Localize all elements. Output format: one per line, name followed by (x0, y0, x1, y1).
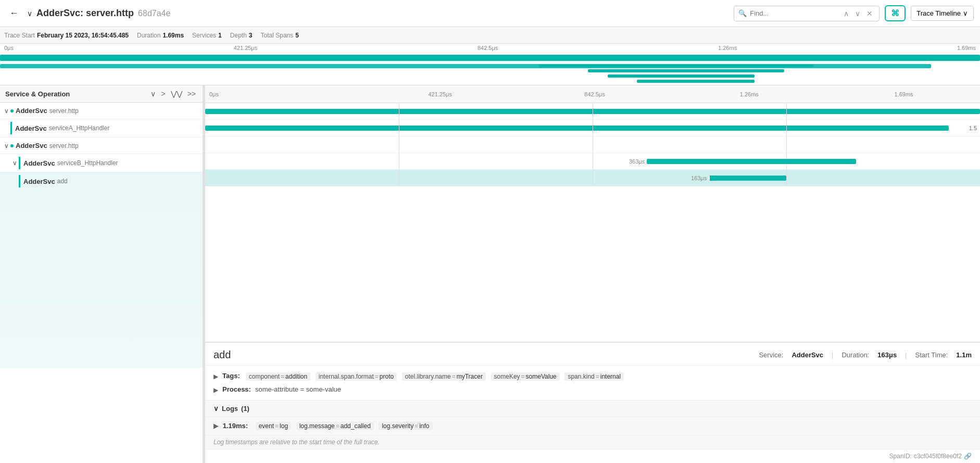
detail-process-row: ▶ Process: some-attribute = some-value (213, 383, 972, 396)
log-tag-pill: log.message=add_called (296, 422, 374, 430)
timeline-row[interactable]: 363μs (205, 153, 980, 170)
timeline-row[interactable]: 1.5 (205, 120, 980, 136)
title-chevron: ∨ (27, 9, 32, 18)
tl-tick: 842.5μs (517, 91, 671, 97)
span-row[interactable]: ∨ AdderSvc server.http (0, 137, 203, 154)
timeline-overview[interactable]: 0μs 421.25μs 842.5μs 1.26ms 1.69ms (0, 44, 980, 85)
back-button[interactable]: ← (6, 6, 22, 21)
span-service-name: AdderSvc (23, 159, 55, 167)
duration-label: Duration (137, 32, 160, 39)
tl-bar-container (205, 103, 980, 119)
detail-panel: add Service: AdderSvc | Duration: 163μs … (205, 342, 980, 463)
tl-tick: 1.69ms (825, 91, 980, 97)
collapse-all-button[interactable]: ∨ (149, 89, 157, 99)
tick-2: 842.5μs (478, 45, 498, 51)
tl-bar (647, 159, 856, 164)
left-panel: Service & Operation ∨ > ⋁⋁ >> ∨ AdderSvc… (0, 85, 203, 463)
process-value: some-attribute = some-value (255, 385, 341, 393)
span-service-name: AdderSvc (23, 178, 55, 185)
span-link-icon[interactable]: 🔗 (964, 453, 972, 460)
col-header-controls: ∨ > ⋁⋁ >> (149, 89, 197, 99)
logs-header[interactable]: ∨ Logs (1) (205, 401, 980, 417)
process-label: Process: (222, 385, 251, 393)
main-split: Service & Operation ∨ > ⋁⋁ >> ∨ AdderSvc… (0, 85, 980, 463)
detail-service-label: Service: (759, 351, 783, 359)
right-panel: 0μs 421.25μs 842.5μs 1.26ms 1.69ms (205, 85, 980, 463)
span-expand-button[interactable]: ∨ (2, 142, 10, 149)
span-id-bar: SpanID: c3cf045f0f8ee0f2 🔗 (205, 449, 980, 463)
span-expand-button[interactable]: ∨ (10, 159, 19, 167)
timeline-ruler: 0μs 421.25μs 842.5μs 1.26ms 1.69ms (0, 44, 980, 53)
tl-bar-container: 363μs (205, 153, 980, 169)
detail-sep2: | (905, 351, 907, 359)
tags-label: Tags: (222, 372, 240, 380)
search-icon: 🔍 (738, 9, 747, 17)
trace-timeline-chevron: ∨ (963, 9, 968, 17)
services-value: 1 (218, 32, 222, 39)
logs-section: ∨ Logs (1) ▶ 1.19ms: event=log log.messa… (205, 400, 980, 449)
tl-bar-container: 163μs (205, 170, 980, 186)
col-header-label: Service & Operation (5, 90, 70, 98)
tick-1: 421.25μs (234, 45, 257, 51)
overview-canvas (0, 53, 980, 83)
tag-pill: internal.span.format=proto (316, 372, 397, 381)
total-spans-label: Total Spans (261, 32, 294, 39)
duration-value: 1.69ms (162, 32, 184, 39)
log-time: 1.19ms: (223, 422, 248, 430)
tick-3: 1.26ms (718, 45, 737, 51)
search-up-button[interactable]: ∧ (841, 8, 851, 19)
trace-timeline-button[interactable]: Trace Timeline ∨ (911, 6, 974, 21)
process-expand-icon[interactable]: ▶ (213, 386, 218, 394)
timeline-row[interactable]: 163μs (205, 170, 980, 186)
detail-tags-section: ▶ Tags: component=addition internal.span… (205, 366, 980, 400)
timeline-row[interactable] (205, 103, 980, 120)
span-row[interactable]: ∨ AdderSvc serviceB_HttpHandler (0, 154, 203, 172)
logs-count: (1) (241, 405, 249, 412)
detail-start-value: 1.1m (956, 351, 972, 359)
search-box: 🔍 ∧ ∨ ✕ (734, 6, 880, 21)
span-service-name: AdderSvc (15, 124, 47, 132)
search-clear-button[interactable]: ✕ (864, 8, 875, 19)
span-op-name: add (57, 178, 68, 185)
collapse-nested-button[interactable]: ⋁⋁ (169, 89, 184, 99)
tags-expand-icon[interactable]: ▶ (213, 373, 218, 380)
expand-all-button[interactable]: >> (186, 89, 197, 99)
search-input[interactable] (750, 9, 838, 17)
tag-pill: otel.library.name=myTracer (402, 372, 486, 381)
tick-4: 1.69ms (957, 45, 976, 51)
trace-service-name: AdderSvc: server.http (36, 8, 134, 19)
detail-op-name: add (213, 349, 231, 361)
logs-expand-icon: ∨ (213, 405, 219, 412)
tl-tick: 421.25μs (362, 91, 517, 97)
log-tag-pill: event=log (256, 422, 291, 430)
trace-start-label: Trace Start (4, 32, 35, 39)
spans-list: ∨ AdderSvc server.http AdderSvc serviceA… (0, 103, 203, 463)
cmd-button[interactable]: ⌘ (885, 5, 906, 21)
detail-tags-row: ▶ Tags: component=addition internal.span… (213, 370, 972, 383)
span-row[interactable]: AdderSvc add (0, 172, 203, 191)
span-row[interactable]: AdderSvc serviceA_HttpHandler (0, 119, 203, 137)
timeline-row[interactable] (205, 136, 980, 153)
detail-meta: Service: AdderSvc | Duration: 163μs | St… (759, 351, 972, 359)
span-service-name: AdderSvc (16, 107, 47, 115)
tags-values: component=addition internal.span.format=… (244, 372, 625, 381)
span-expand-button[interactable]: ∨ (2, 107, 10, 115)
expand-next-button[interactable]: > (159, 89, 167, 99)
total-spans-value: 5 (295, 32, 299, 39)
tl-bar (709, 176, 786, 181)
log-expand-icon[interactable]: ▶ (213, 422, 219, 430)
detail-duration-value: 163μs (877, 351, 897, 359)
detail-sep1: | (832, 351, 833, 359)
tl-bar (205, 126, 949, 131)
trace-start-value: February 15 2023, 16:54:45.485 (37, 32, 129, 39)
span-op-name: server.http (49, 107, 79, 115)
detail-start-label: Start Time: (915, 351, 948, 359)
tag-pill: someKey=someValue (491, 372, 560, 381)
search-controls: ∧ ∨ ✕ (841, 8, 875, 19)
span-id-value: c3cf045f0f8ee0f2 (914, 453, 962, 460)
depth-label: Depth (230, 32, 247, 39)
timeline-header-row: 0μs 421.25μs 842.5μs 1.26ms 1.69ms (205, 85, 980, 103)
meta-bar: Trace Start February 15 2023, 16:54:45.4… (0, 27, 980, 44)
span-row[interactable]: ∨ AdderSvc server.http (0, 103, 203, 119)
search-down-button[interactable]: ∨ (853, 8, 862, 19)
